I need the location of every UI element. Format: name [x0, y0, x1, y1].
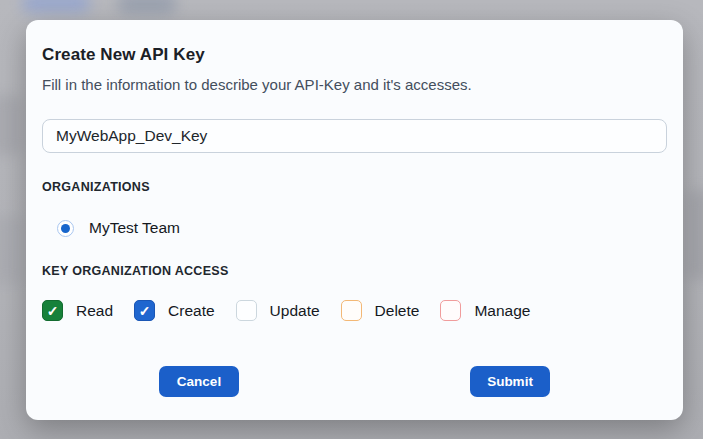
- access-checkbox-row: ✓ Read ✓ Create Update Delete Manage: [42, 300, 667, 321]
- blurred-background-shape: [0, 215, 24, 285]
- dialog-title: Create New API Key: [42, 45, 667, 65]
- radio-dot: [61, 224, 70, 233]
- cancel-button[interactable]: Cancel: [159, 366, 239, 397]
- checkbox-label: Create: [168, 302, 215, 320]
- organizations-section-label: ORGANIZATIONS: [42, 180, 667, 194]
- api-key-name-input[interactable]: [42, 119, 667, 153]
- checkbox-create[interactable]: ✓ Create: [134, 300, 215, 321]
- checkmark-icon: ✓: [47, 303, 59, 317]
- checkbox-unchecked-icon[interactable]: [236, 300, 257, 321]
- checkbox-label: Read: [76, 302, 113, 320]
- checkbox-update[interactable]: Update: [236, 300, 320, 321]
- radio-selected-icon[interactable]: [57, 220, 74, 237]
- organization-radio-option[interactable]: MyTest Team: [42, 219, 667, 237]
- blurred-background-shape: [687, 190, 703, 280]
- dialog-actions: Cancel Submit: [26, 366, 683, 397]
- access-section-label: KEY ORGANIZATION ACCESS: [42, 264, 667, 278]
- checkbox-label: Delete: [375, 302, 420, 320]
- blurred-background-button: [118, 0, 176, 14]
- checkbox-label: Manage: [474, 302, 530, 320]
- checkbox-checked-icon[interactable]: ✓: [42, 300, 63, 321]
- checkbox-unchecked-icon[interactable]: [440, 300, 461, 321]
- checkbox-label: Update: [270, 302, 320, 320]
- blurred-background-button: [22, 0, 90, 12]
- checkmark-icon: ✓: [139, 303, 151, 317]
- checkbox-delete[interactable]: Delete: [341, 300, 420, 321]
- checkbox-read[interactable]: ✓ Read: [42, 300, 113, 321]
- checkbox-unchecked-icon[interactable]: [341, 300, 362, 321]
- checkbox-manage[interactable]: Manage: [440, 300, 530, 321]
- organization-option-label: MyTest Team: [89, 219, 180, 237]
- dialog-subtitle: Fill in the information to describe your…: [42, 76, 667, 93]
- blurred-background-shape: [0, 95, 22, 155]
- checkbox-checked-icon[interactable]: ✓: [134, 300, 155, 321]
- submit-button[interactable]: Submit: [470, 366, 550, 397]
- create-api-key-dialog: Create New API Key Fill in the informati…: [26, 20, 683, 420]
